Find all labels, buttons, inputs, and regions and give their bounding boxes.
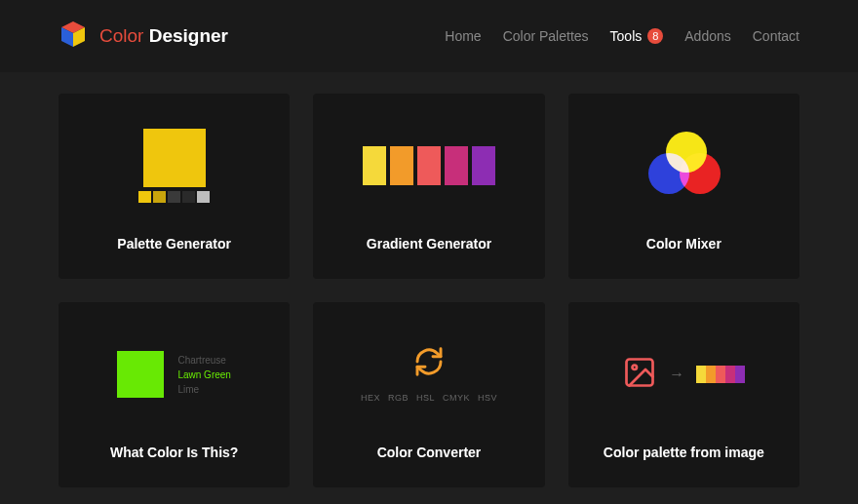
nav-contact[interactable]: Contact (753, 28, 800, 44)
color-name-list: Chartreuse Lawn Green Lime (177, 355, 230, 395)
nav-tools[interactable]: Tools 8 (610, 28, 664, 44)
what-color-icon: Chartreuse Lawn Green Lime (78, 326, 270, 423)
nav-tools-label: Tools (610, 28, 643, 44)
tools-grid: Palette Generator Gradient Generator (58, 94, 800, 487)
sync-icon (413, 346, 445, 381)
card-title: Palette Generator (117, 236, 231, 252)
card-color-mixer[interactable]: Color Mixer (568, 94, 800, 279)
image-icon (622, 355, 657, 394)
card-title: Gradient Generator (367, 236, 491, 252)
nav: Home Color Palettes Tools 8 Addons Conta… (445, 28, 800, 44)
card-gradient-generator[interactable]: Gradient Generator (313, 94, 544, 279)
nav-home[interactable]: Home (445, 28, 481, 44)
tools-badge: 8 (647, 28, 663, 44)
gradient-generator-icon (332, 117, 525, 214)
brand[interactable]: Color Designer (58, 19, 228, 53)
card-title: Color Mixer (646, 236, 722, 252)
result-strip (696, 366, 745, 383)
card-palette-generator[interactable]: Palette Generator (58, 94, 290, 279)
palette-strip (138, 191, 210, 203)
main: Palette Generator Gradient Generator (0, 72, 858, 504)
svg-point-4 (633, 366, 638, 370)
card-title: Color palette from image (604, 445, 764, 460)
card-what-color[interactable]: Chartreuse Lawn Green Lime What Color Is… (58, 302, 290, 487)
card-title: What Color Is This? (110, 445, 238, 460)
color-converter-icon: HEX RGB HSL CMYK HSV (332, 326, 525, 423)
arrow-right-icon: → (669, 366, 684, 383)
format-list: HEX RGB HSL CMYK HSV (361, 393, 497, 403)
card-palette-from-image[interactable]: → Color palette from image (568, 302, 800, 487)
nav-palettes[interactable]: Color Palettes (503, 28, 589, 44)
header: Color Designer Home Color Palettes Tools… (0, 0, 858, 72)
palette-from-image-icon: → (588, 326, 780, 423)
palette-generator-icon (78, 117, 270, 214)
logo-cube-icon (58, 19, 88, 53)
brand-title: Color Designer (99, 25, 228, 47)
nav-addons[interactable]: Addons (684, 28, 730, 44)
card-color-converter[interactable]: HEX RGB HSL CMYK HSV Color Converter (313, 302, 544, 487)
swatch (117, 351, 164, 398)
color-mixer-icon (588, 117, 780, 214)
card-title: Color Converter (377, 445, 482, 460)
